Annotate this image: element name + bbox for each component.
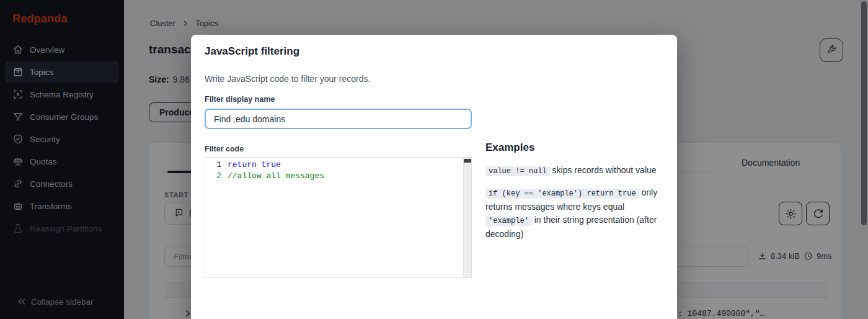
- filter-code-label: Filter code: [205, 145, 244, 153]
- code-chip: if (key == 'example') return true: [485, 189, 639, 199]
- editor-scrollbar-thumb[interactable]: [464, 159, 472, 163]
- code-text: //allow all messages: [228, 171, 324, 181]
- code-line[interactable]: 1return true: [205, 159, 463, 171]
- code-text: return true: [228, 160, 281, 169]
- dialog-title: JavaScript filtering: [205, 45, 299, 58]
- code-token: return true: [228, 160, 281, 169]
- javascript-filtering-dialog: JavaScript filtering Write JavaScript co…: [191, 35, 677, 319]
- code-token: //allow all messages: [228, 171, 324, 181]
- code-lines: 1return true2//allow all messages: [205, 159, 463, 182]
- filter-display-name-label: Filter display name: [205, 95, 275, 104]
- line-number: 2: [205, 171, 228, 181]
- page-scrollbar[interactable]: [861, 1, 867, 225]
- dialog-description: Write JavaScript code to filter your rec…: [205, 74, 370, 84]
- example-item: value != null skips records without valu…: [485, 164, 666, 178]
- examples-heading: Examples: [485, 142, 666, 154]
- editor-scrollbar[interactable]: [463, 158, 471, 277]
- filter-display-name-input[interactable]: [205, 109, 472, 129]
- code-line[interactable]: 2//allow all messages: [205, 171, 463, 182]
- example-item: if (key == 'example') return true only r…: [485, 186, 666, 241]
- code-chip: value != null: [485, 166, 550, 176]
- code-chip: 'example': [485, 216, 532, 226]
- text-segment: skips records without value: [550, 165, 657, 175]
- line-number: 1: [205, 160, 228, 169]
- filter-code-editor[interactable]: 1return true2//allow all messages: [205, 157, 472, 278]
- examples-list: value != null skips records without valu…: [485, 164, 666, 241]
- examples-section: Examples value != null skips records wit…: [485, 142, 666, 249]
